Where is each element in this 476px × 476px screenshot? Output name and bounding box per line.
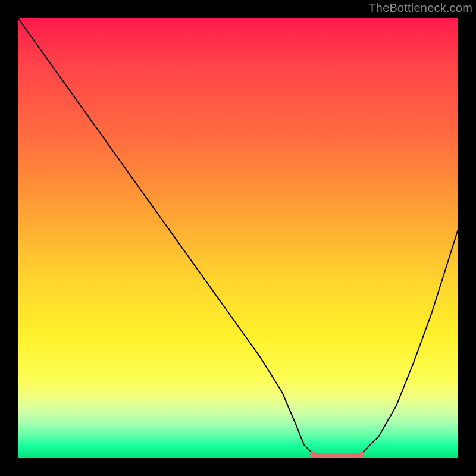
bottleneck-curve: [18, 18, 458, 458]
chart-frame: TheBottleneck.com: [0, 0, 476, 476]
endpoint-dot-left: [310, 452, 316, 458]
curve-layer: [18, 18, 458, 458]
watermark-text: TheBottleneck.com: [368, 1, 472, 15]
plot-area: [18, 18, 458, 458]
endpoint-dot-right: [358, 452, 364, 458]
